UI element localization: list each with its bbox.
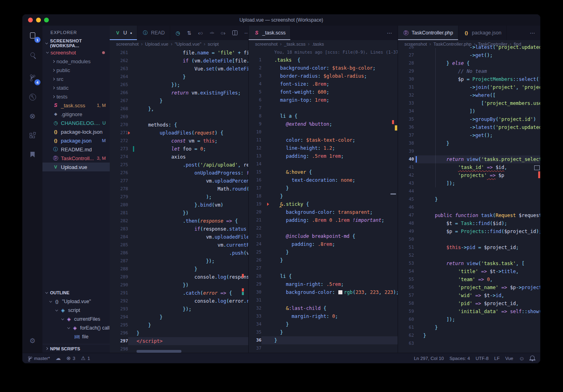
code-line-14[interactable]: 14 [249,160,398,168]
status-language-mode[interactable]: Vue [505,356,513,361]
activity-settings[interactable]: ⚙ [22,331,42,350]
code-line-35[interactable]: 35 } [249,328,398,336]
code-line-271[interactable]: 271 uploadFiles(request) { [110,129,248,137]
code-line-33[interactable]: 33 ['project_members.user [398,99,540,107]
code-line-20[interactable]: 20 background-color: transparent; [249,208,398,216]
line-number[interactable]: 279 [110,193,128,201]
code-line-55[interactable]: 55 'team' => 0, [398,275,540,283]
line-number[interactable]: 24 [249,240,261,248]
breadcrumb[interactable]: screenshot›_task.scss›.tasks [249,40,398,48]
outline-item-currentFiles[interactable]: ◈currentFiles [42,315,110,324]
code-line-39[interactable]: 39 [398,147,540,155]
line-number[interactable]: 62 [398,332,414,340]
line-number[interactable]: 27 [249,264,261,272]
line-number[interactable]: 293 [110,305,128,313]
activity-debug[interactable]: ⊗ [22,107,42,126]
code-line-22[interactable]: 22 [249,224,398,232]
line-number[interactable]: 14 [249,160,261,168]
line-number[interactable]: 26 [398,43,414,51]
code-line-280[interactable]: 280 }.bind(vm) [110,201,248,209]
line-number[interactable]: 1 [249,56,261,64]
line-number[interactable]: 21 [249,216,261,224]
line-number[interactable]: 16 [249,176,261,184]
outline-item-script[interactable]: ◈script [42,306,110,315]
line-number[interactable]: 35 [249,328,261,336]
tab-package.json[interactable]: {}package.json [458,26,507,40]
tree-item-src[interactable]: src [42,74,110,83]
status-errors[interactable]: ⊗3 [66,356,75,361]
code-line-292[interactable]: 292 console.log(error.re [110,297,248,305]
tree-item-package-lock.json[interactable]: {}package-lock.json [42,127,110,136]
code-line-62[interactable]: 62} [398,332,540,340]
tree-item-TaskControll...[interactable]: ⓟTaskControll...3, M [42,154,110,163]
code-line-44[interactable]: 44 [398,187,540,195]
code-line-284[interactable]: 284 vm.uploadedFiles [110,233,248,241]
code-line-21[interactable]: 21 padding: .8rem 0 .1rem !important; [249,216,398,224]
line-number[interactable]: 61 [398,324,414,332]
line-number[interactable]: 281 [110,209,128,217]
line-number[interactable]: 261 [110,49,128,57]
breadcrumb-item[interactable]: screenshot [255,42,277,46]
line-number[interactable]: 11 [249,136,261,144]
tree-item-CHANGELOG....[interactable]: ◷CHANGELOG....U [42,119,110,127]
line-number[interactable]: 47 [398,211,414,219]
code-line-46[interactable]: 46 [398,203,540,211]
code-line-25[interactable]: 25 } [249,248,398,256]
code-line-42[interactable]: 42 'projects' => $p [398,171,540,179]
line-number[interactable]: 275 [110,161,128,169]
line-number[interactable]: 268 [110,105,128,113]
line-number[interactable]: 288 [110,265,128,273]
line-number[interactable]: 46 [398,203,414,211]
breadcrumb[interactable]: screenshot›Upload.vue›"Upload.vue"›scrip… [110,40,248,48]
code-line-59[interactable]: 59 'initial_data' => self::show( [398,308,540,316]
outline-item-file[interactable]: [@]file [42,332,110,341]
line-number[interactable]: 48 [398,219,414,227]
code-line-279[interactable]: 279 ); [110,193,248,201]
code-line-270[interactable]: 270 methods: { [110,121,248,129]
code-line-36[interactable]: 36} [249,336,398,344]
line-number[interactable]: 23 [249,232,261,240]
line-number[interactable]: 32 [249,304,261,312]
activity-extensions[interactable] [22,126,42,145]
line-number[interactable]: 296 [110,329,128,337]
line-number[interactable]: 277 [110,177,128,185]
line-number[interactable]: 291 [110,289,128,297]
code-line-12[interactable]: 12 line-height: 1.2; [249,144,398,152]
line-number[interactable]: 36 [249,336,261,344]
line-number[interactable]: 17 [249,184,261,192]
status-indentation[interactable]: Spaces: 4 [449,356,470,361]
line-number[interactable]: 37 [398,131,414,139]
line-number[interactable] [249,48,261,56]
line-number[interactable]: 56 [398,283,414,291]
code-line-33[interactable]: 33 margin-right: 0; [249,312,398,320]
code-line-297[interactable]: 297</script> [110,337,248,345]
tree-item-tests[interactable]: tests [42,92,110,101]
line-number[interactable]: 57 [398,291,414,300]
line-number[interactable]: 272 [110,137,128,145]
outline-header[interactable]: OUTLINE [42,288,110,297]
code-line-273[interactable]: 273 let foo = 0; [110,145,248,153]
code-line-28[interactable]: 28 li { [249,272,398,280]
code-line-24[interactable]: 24 padding: .8rem; [249,240,398,248]
code-line-295[interactable]: 295 } [110,321,248,329]
action-next-change[interactable]: ○› [221,30,225,36]
code-line[interactable]: You, 18 minutes ago [scss: File(0-9), Li… [249,48,398,56]
line-number[interactable]: 34 [249,320,261,328]
code-line-288[interactable]: 288 } [110,265,248,273]
tree-item-screenshot[interactable]: screenshot [42,48,110,57]
line-number[interactable]: 274 [110,153,128,161]
line-number[interactable]: 49 [398,227,414,235]
line-number[interactable]: 298 [110,345,128,353]
line-number[interactable]: 45 [398,195,414,203]
line-number[interactable]: 20 [249,208,261,216]
line-number[interactable]: 29 [398,67,414,75]
line-number[interactable]: 34 [398,107,414,115]
line-number[interactable]: 52 [398,251,414,259]
action-split[interactable] [232,30,237,35]
line-number[interactable]: 28 [249,272,261,280]
line-number[interactable]: 267 [110,97,128,105]
code-line-48[interactable]: 48 $t = Task::find($id); [398,219,540,227]
line-number[interactable]: 40 [398,155,414,163]
code-line-27[interactable]: 27 [249,264,398,272]
zoom-button[interactable] [44,18,49,22]
